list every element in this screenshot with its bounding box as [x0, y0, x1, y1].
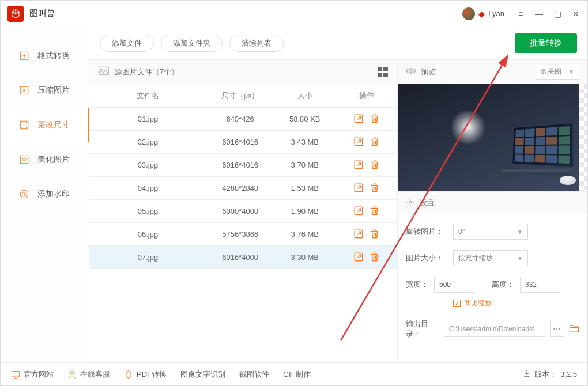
- cell-actions: [336, 130, 397, 153]
- preview-lamp-glow: [451, 110, 485, 145]
- export-icon[interactable]: [353, 206, 364, 216]
- nav-beautify[interactable]: 美化图片: [1, 142, 89, 177]
- nav-resize[interactable]: 更改尺寸: [1, 108, 89, 142]
- svg-point-6: [26, 127, 27, 128]
- table-row[interactable]: 05.jpg6000*40001.90 MB: [89, 199, 397, 222]
- table-row[interactable]: 03.jpg6016*40163.70 MB: [89, 153, 397, 176]
- footer-gif[interactable]: GIF制作: [283, 369, 311, 380]
- username: Lyan: [488, 9, 504, 18]
- delete-icon[interactable]: [370, 160, 380, 170]
- delete-icon[interactable]: [370, 137, 380, 147]
- delete-icon[interactable]: [370, 113, 380, 124]
- app-logo: [7, 6, 24, 22]
- cell-actions: [336, 245, 397, 268]
- nav-label: 更改尺寸: [37, 120, 70, 130]
- beautify-icon: [19, 154, 29, 165]
- delete-icon[interactable]: [370, 183, 380, 193]
- width-label: 宽度：: [406, 279, 428, 290]
- sidebar: 格式转换 压缩图片 更改尺寸 美化图片 印 添加水印: [1, 27, 89, 362]
- cell-actions: [336, 153, 397, 176]
- export-icon[interactable]: [353, 252, 364, 262]
- cell-dimensions: 4288*2848: [206, 176, 274, 199]
- maximize-button[interactable]: ▢: [553, 9, 562, 18]
- export-icon[interactable]: [353, 113, 364, 124]
- preview-laptop-screen: [511, 122, 574, 168]
- caret-down-icon: ▼: [568, 69, 574, 75]
- cell-filename: 04.jpg: [89, 176, 206, 199]
- close-button[interactable]: ✕: [571, 9, 581, 18]
- preview-header: 预览 效果图 ▼: [398, 60, 587, 84]
- export-icon[interactable]: [353, 183, 364, 193]
- nav-compress[interactable]: 压缩图片: [1, 73, 89, 108]
- delete-icon[interactable]: [370, 252, 380, 262]
- preview-image: [398, 84, 587, 191]
- cell-size: 1.53 MB: [274, 176, 336, 199]
- svg-rect-21: [12, 371, 19, 376]
- output-label: 输出目录：: [406, 319, 439, 339]
- open-folder-button[interactable]: [569, 324, 579, 335]
- table-row[interactable]: 07.jpg6016*40003.30 MB: [89, 245, 397, 268]
- height-input[interactable]: [520, 277, 560, 293]
- output-row: 输出目录： ⋯: [406, 319, 579, 339]
- nav-format-convert[interactable]: 格式转换: [1, 39, 89, 73]
- user-area[interactable]: ◆ Lyan: [462, 7, 504, 20]
- svg-point-5: [22, 127, 23, 128]
- svg-rect-2: [20, 121, 28, 129]
- preview-laptop-base: [500, 170, 571, 175]
- keep-ratio-checkbox[interactable]: ✓: [453, 300, 461, 307]
- keep-ratio-row[interactable]: ✓ 同比缩放: [406, 298, 579, 308]
- app-window: 图叫兽 ◆ Lyan ≡ — ▢ ✕ 格式转换 压缩图片 更改尺寸: [0, 0, 588, 386]
- svg-point-11: [101, 69, 103, 70]
- width-input[interactable]: [434, 277, 474, 293]
- add-folder-button[interactable]: 添加文件夹: [161, 35, 223, 52]
- cell-actions: [336, 176, 397, 199]
- menu-button[interactable]: ≡: [516, 9, 525, 18]
- table-row[interactable]: 01.jpg640*42658.80 KB: [89, 107, 397, 130]
- delete-icon[interactable]: [370, 229, 380, 239]
- cell-actions: [336, 222, 397, 245]
- download-icon: [523, 369, 531, 379]
- nav-watermark[interactable]: 印 添加水印: [1, 177, 89, 211]
- cell-filename: 03.jpg: [89, 153, 206, 176]
- preview-laptop: [500, 124, 572, 176]
- height-label: 高度：: [492, 279, 514, 290]
- table-row[interactable]: 04.jpg4288*28481.53 MB: [89, 176, 397, 199]
- file-panel: 源图片文件（7个） 文件名 尺寸（px） 大小 操作 01.jpg: [89, 59, 397, 362]
- footer-ocr[interactable]: 图像文字识别: [180, 369, 225, 380]
- cell-filename: 06.jpg: [89, 222, 206, 245]
- rotate-select[interactable]: 0° ▼: [453, 224, 528, 240]
- version-label: 版本：: [534, 369, 557, 380]
- size-mode-label: 图片大小：: [406, 253, 447, 263]
- cell-filename: 05.jpg: [89, 199, 206, 222]
- grid-view-icon[interactable]: [378, 67, 388, 77]
- footer: 官方网站 在线客服 PDF转换 图像文字识别 截图软件 GIF制作 版本： 3.…: [1, 362, 587, 385]
- batch-convert-button[interactable]: 批量转换: [515, 33, 577, 53]
- output-path-input[interactable]: [444, 321, 545, 337]
- size-mode-select[interactable]: 按尺寸缩放 ▼: [453, 250, 528, 266]
- cell-size: 3.43 MB: [274, 130, 336, 153]
- footer-screenshot[interactable]: 截图软件: [239, 369, 269, 380]
- delete-icon[interactable]: [370, 206, 380, 216]
- nav-label: 美化图片: [37, 154, 70, 165]
- titlebar: 图叫兽 ◆ Lyan ≡ — ▢ ✕: [1, 1, 587, 27]
- svg-point-19: [410, 70, 413, 73]
- output-more-button[interactable]: ⋯: [550, 321, 564, 337]
- compress-icon: [19, 85, 29, 96]
- clear-list-button[interactable]: 清除列表: [229, 35, 284, 52]
- add-file-button[interactable]: 添加文件: [100, 35, 154, 52]
- export-icon[interactable]: [353, 137, 364, 147]
- preview-mode-select[interactable]: 效果图 ▼: [536, 65, 579, 80]
- main: 添加文件 添加文件夹 清除列表 批量转换 源图片文件（7个）: [89, 27, 587, 362]
- table-row[interactable]: 02.jpg6016*40163.43 MB: [89, 130, 397, 153]
- cell-filename: 01.jpg: [89, 107, 206, 130]
- export-icon[interactable]: [353, 160, 364, 170]
- footer-support[interactable]: 在线客服: [67, 369, 110, 380]
- footer-pdf[interactable]: PDF转换: [124, 369, 167, 380]
- table-row[interactable]: 06.jpg5756*38663.76 MB: [89, 222, 397, 245]
- minimize-button[interactable]: —: [534, 9, 544, 18]
- export-icon[interactable]: [353, 229, 364, 239]
- cell-filename: 02.jpg: [89, 130, 206, 153]
- footer-official-site[interactable]: 官方网站: [11, 369, 54, 380]
- size-mode-row: 图片大小： 按尺寸缩放 ▼: [406, 250, 579, 266]
- window-controls: ≡ — ▢ ✕: [516, 9, 581, 18]
